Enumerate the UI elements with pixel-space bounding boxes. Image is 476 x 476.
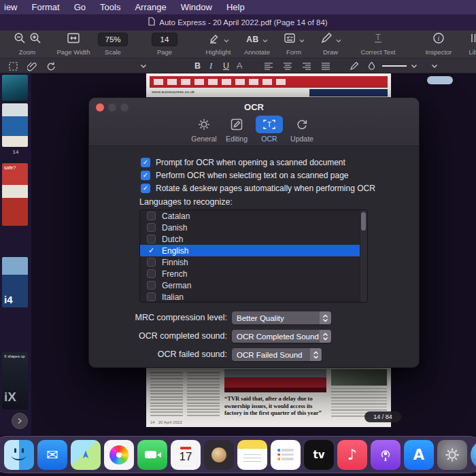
dock-calendar-icon[interactable]: 17 [171, 440, 201, 470]
popup-chevrons-icon [320, 330, 331, 343]
tab-editing[interactable]: Editing [221, 116, 252, 144]
tab-ocr[interactable]: T OCR [254, 116, 285, 144]
menu-item-tools[interactable]: Tools [100, 2, 120, 12]
dock-photos-icon[interactable] [104, 440, 134, 470]
checkbox-prompt-ocr[interactable]: Prompt for OCR when opening a scanned do… [141, 157, 345, 167]
line-style-sample[interactable] [382, 61, 407, 71]
zoom-group: Zoom [5, 33, 49, 56]
dock-maps-icon[interactable] [71, 440, 101, 470]
line-style-chevron-icon[interactable] [411, 61, 418, 71]
checkbox-unchecked-icon[interactable] [147, 223, 156, 232]
menu-item-window[interactable]: Window [181, 2, 212, 12]
page-thumbnail[interactable] [2, 75, 28, 101]
page-thumbnail[interactable]: safe? [2, 163, 28, 226]
draw-chevron-icon[interactable] [336, 33, 341, 46]
form-icon[interactable] [284, 32, 296, 47]
checkbox-checked-icon[interactable] [141, 184, 150, 193]
language-row-dutch[interactable]: Dutch [140, 233, 367, 245]
align-left-icon[interactable] [264, 61, 273, 71]
checkbox-label: Perform OCR when selecting text on a sca… [156, 171, 349, 180]
checkbox-rotate-deskew[interactable]: Rotate & deskew pages automatically when… [141, 183, 375, 193]
language-row-french[interactable]: French [140, 268, 367, 279]
inspector-label: Inspector [425, 48, 452, 56]
select-region-icon[interactable] [8, 61, 18, 71]
dock-podcasts-icon[interactable] [371, 440, 401, 470]
align-right-icon[interactable] [302, 61, 311, 71]
menu-item-help[interactable]: Help [226, 2, 245, 12]
library-icon[interactable] [470, 32, 476, 47]
zoom-in-button[interactable] [29, 32, 41, 47]
bold-button[interactable]: B [194, 61, 201, 71]
menu-item-format[interactable]: Format [32, 2, 60, 12]
tab-update[interactable]: Update [286, 116, 318, 144]
checkbox-perform-ocr[interactable]: Perform OCR when selecting text on a sca… [141, 170, 349, 180]
dock-music-icon[interactable]: ♪ [337, 440, 367, 470]
dock-contacts-icon[interactable] [204, 440, 234, 470]
opacity-chevron-icon[interactable] [431, 61, 438, 71]
checkbox-unchecked-icon[interactable] [147, 258, 156, 267]
dock-facetime-icon[interactable] [137, 440, 167, 470]
ocr-failed-sound-select[interactable]: OCR Failed Sound [232, 348, 322, 361]
correct-text-icon[interactable]: T [372, 32, 384, 47]
highlight-icon[interactable] [208, 32, 220, 47]
style-dropdown[interactable] [140, 61, 147, 71]
inspector-icon[interactable]: i [432, 32, 445, 47]
checkbox-unchecked-icon[interactable] [147, 235, 156, 243]
page-thumbnail[interactable]: X shapes up iX [2, 352, 28, 409]
dock-tv-icon[interactable]: tv [304, 440, 334, 470]
popup-chevrons-icon [320, 311, 331, 324]
scale-input[interactable]: 75% [98, 33, 128, 46]
language-row-catalan[interactable]: Catalan [140, 210, 367, 222]
checkbox-checked-icon[interactable] [141, 171, 150, 180]
language-row-english-selected[interactable]: ✓ English [140, 245, 367, 256]
check-icon[interactable]: ✓ [147, 246, 156, 255]
ocr-preferences-dialog: OCR General Editing T OCR Update [88, 97, 420, 368]
scrollbar-thumb[interactable] [361, 212, 366, 231]
form-chevron-icon[interactable] [299, 33, 305, 46]
annotate-label: Annotate [244, 48, 270, 56]
fill-color-icon[interactable] [367, 61, 376, 71]
checkbox-label: Prompt for OCR when opening a scanned do… [156, 158, 345, 167]
dock-browser-icon[interactable] [471, 440, 476, 470]
annotate-chevron-icon[interactable] [262, 33, 268, 46]
dock-finder-icon[interactable] [4, 440, 34, 470]
language-row-german[interactable]: German [140, 279, 367, 291]
strikethrough-button[interactable]: A [237, 61, 242, 71]
tab-general[interactable]: General [188, 116, 220, 144]
draw-icon[interactable] [320, 32, 333, 47]
dock-settings-icon[interactable] [437, 440, 467, 470]
page-input[interactable]: 14 [152, 33, 177, 46]
attach-icon[interactable] [27, 61, 37, 71]
dock-appstore-icon[interactable]: A [404, 440, 434, 470]
checkbox-unchecked-icon[interactable] [147, 211, 156, 220]
italic-button[interactable]: I [209, 61, 212, 71]
page-thumbnail[interactable]: i4 [2, 257, 28, 307]
underline-button[interactable]: U [223, 61, 229, 71]
dock-mail-icon[interactable]: ✉ [37, 440, 67, 470]
pen-icon[interactable] [350, 61, 359, 71]
overlay-pill [427, 76, 453, 84]
dock-notes-icon[interactable] [237, 440, 267, 470]
language-row-danish[interactable]: Danish [140, 222, 367, 233]
checkbox-checked-icon[interactable] [141, 158, 150, 167]
checkbox-unchecked-icon[interactable] [147, 292, 156, 301]
menu-item-go[interactable]: Go [74, 2, 86, 12]
align-justify-icon[interactable] [321, 61, 330, 71]
annotate-icon[interactable]: AB [246, 35, 258, 44]
zoom-out-button[interactable] [14, 32, 26, 47]
language-row-italian[interactable]: Italian [140, 291, 367, 303]
checkbox-unchecked-icon[interactable] [147, 269, 156, 278]
mrc-compression-select[interactable]: Better Quality [232, 311, 331, 324]
rotate-icon[interactable] [46, 61, 56, 71]
page-thumbnail-current[interactable] [2, 103, 28, 147]
ocr-completed-sound-select[interactable]: OCR Completed Sound [232, 330, 331, 343]
dock-reminders-icon[interactable] [271, 440, 301, 470]
highlight-chevron-icon[interactable] [224, 33, 229, 46]
page-width-button[interactable] [67, 32, 80, 47]
language-row-finnish[interactable]: Finnish [140, 256, 367, 268]
sidebar-toggle-button[interactable] [12, 413, 28, 429]
checkbox-unchecked-icon[interactable] [147, 281, 156, 290]
align-center-icon[interactable] [283, 61, 292, 71]
menu-item-view[interactable]: iew [4, 2, 18, 12]
menu-item-arrange[interactable]: Arrange [135, 2, 166, 12]
